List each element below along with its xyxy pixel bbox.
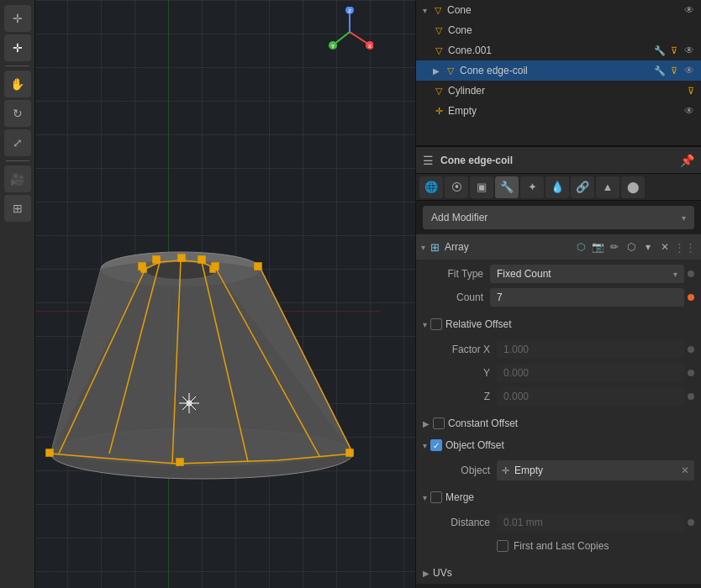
relative-offset-arrow: ▾ (423, 320, 427, 329)
svg-rect-23 (210, 267, 215, 272)
array-modifier-name: Array (445, 241, 568, 253)
outliner-eye-cone001[interactable]: 👁 (684, 45, 694, 56)
toolbar-sep2 (6, 160, 29, 161)
first-last-row: First and Last Copies (430, 535, 694, 557)
outliner-eye-cone-parent[interactable]: 👁 (684, 4, 694, 16)
outliner-item-cone-parent[interactable]: ▾ ▽ Cone 👁 (416, 0, 701, 20)
add-modifier-button[interactable]: Add Modifier ▾ (423, 206, 694, 229)
select-tool-button[interactable]: ✛ (4, 5, 31, 32)
outliner-eye-cone-edge-coil[interactable]: 👁 (684, 65, 694, 76)
object-field-icon: ✛ (502, 465, 509, 476)
count-dot (688, 294, 694, 301)
fit-type-section: Fit Type Fixed Count ▾ Count 7 (416, 260, 701, 313)
outliner-eye-empty[interactable]: 👁 (684, 105, 694, 117)
fit-type-dropdown[interactable]: Fixed Count ▾ (490, 265, 684, 283)
pin-icon[interactable]: 📌 (680, 154, 694, 167)
camera-tool-button[interactable]: 🎥 (4, 165, 31, 192)
array-modifier-block: ▾ ⊞ Array ⬡ 📷 ✏ ⬡ ▾ ✕ ⋮⋮ (416, 234, 701, 584)
relative-offset-content: Factor X 1.000 Y 0.000 (416, 335, 701, 412)
properties-header: ☰ Cone edge-coil 📌 (416, 147, 701, 174)
first-last-label: First and Last Copies (514, 540, 609, 552)
outliner-funnel-cone-edge-coil: ⊽ (671, 66, 677, 76)
svg-rect-21 (346, 449, 353, 456)
cursor-tool-button[interactable]: ✛ (4, 34, 31, 61)
array-drag-handle[interactable]: ⋮⋮ (674, 241, 696, 254)
uvs-arrow: ▶ (423, 569, 430, 578)
object-field-value: Empty (514, 465, 676, 476)
factor-z-field[interactable]: 0.000 (497, 387, 684, 406)
relative-offset-header[interactable]: ▾ Relative Offset (416, 313, 701, 335)
count-value-field[interactable]: 7 (490, 288, 684, 307)
modifier-scroll-area: ▾ ⊞ Array ⬡ 📷 ✏ ⬡ ▾ ✕ ⋮⋮ (416, 234, 701, 588)
outliner-label-cone-parent: Cone (447, 4, 681, 16)
scale-tool-button[interactable]: ⤢ (4, 129, 31, 156)
outliner-icon-cone001: ▽ (433, 45, 445, 56)
fit-type-value: Fixed Count (497, 268, 551, 280)
tab-scene[interactable]: 🌐 (419, 176, 443, 198)
factor-y-dot (688, 370, 694, 376)
toolbar-sep1 (6, 66, 29, 66)
constant-offset-label: Constant Offset (448, 417, 518, 429)
merge-check[interactable] (430, 491, 442, 503)
tab-particles[interactable]: ✦ (520, 176, 544, 198)
tab-data[interactable]: ▲ (596, 176, 619, 198)
first-last-check[interactable] (497, 540, 509, 552)
move-tool-button[interactable]: ✋ (4, 71, 31, 97)
object-field[interactable]: ✛ Empty ✕ (497, 460, 694, 480)
array-more-icon[interactable]: ▾ (640, 239, 656, 255)
render-tool-button[interactable]: ⊞ (4, 195, 31, 222)
tab-constraints[interactable]: 🔗 (571, 176, 594, 198)
outliner-label-cylinder: Cylinder (448, 85, 684, 97)
fit-type-dot (688, 270, 694, 277)
outliner-item-cylinder[interactable]: ▽ Cylinder ⊽ (416, 81, 701, 101)
svg-rect-14 (153, 256, 160, 263)
constant-offset-check[interactable] (433, 417, 445, 429)
factor-y-field[interactable]: 0.000 (497, 364, 684, 382)
tab-world[interactable]: ⦿ (445, 176, 468, 198)
properties-tabs: 🌐 ⦿ ▣ 🔧 ✦ 💧 🔗 ▲ ⬤ (416, 174, 701, 201)
tab-object[interactable]: ▣ (470, 176, 493, 198)
object-offset-header[interactable]: ▾ ✓ Object Offset (416, 434, 701, 456)
array-render-icon[interactable]: 📷 (590, 239, 605, 255)
uvs-label: UVs (433, 567, 452, 579)
object-row: Object ✛ Empty ✕ (430, 459, 694, 481)
cone-3d-object (25, 126, 361, 496)
distance-value: 0.01 mm (503, 517, 543, 528)
array-realtime-icon[interactable]: ⬡ (573, 239, 588, 255)
factor-x-field[interactable]: 1.000 (497, 340, 684, 359)
add-modifier-label: Add Modifier (431, 212, 488, 223)
outliner-item-cone-edge-coil[interactable]: ▶ ▽ Cone edge-coil 🔧 ⊽ 👁 (416, 60, 701, 81)
object-field-clear[interactable]: ✕ (681, 465, 689, 476)
array-cage-icon[interactable]: ⬡ (624, 239, 639, 255)
outliner-funnel-cylinder: ⊽ (688, 86, 694, 97)
array-delete-icon[interactable]: ✕ (657, 239, 672, 255)
array-icon: ⊞ (430, 241, 440, 254)
relative-offset-label: Relative Offset (445, 318, 511, 330)
distance-row: Distance 0.01 mm (430, 512, 694, 533)
count-value: 7 (497, 291, 503, 303)
merge-header[interactable]: ▾ Merge (416, 486, 701, 508)
rotate-tool-button[interactable]: ↻ (4, 100, 31, 127)
uvs-header[interactable]: ▶ UVs (416, 562, 701, 584)
array-edit-icon[interactable]: ✏ (607, 239, 622, 255)
tab-material[interactable]: ⬤ (621, 176, 645, 198)
svg-text:Y: Y (331, 44, 335, 49)
left-toolbar: ✛ ✛ ✋ ↻ ⤢ 🎥 ⊞ (0, 0, 35, 588)
relative-offset-check[interactable] (430, 318, 442, 330)
constant-offset-header[interactable]: ▶ Constant Offset (416, 412, 701, 434)
outliner-item-empty[interactable]: ✛ Empty 👁 (416, 101, 701, 121)
tab-modifier[interactable]: 🔧 (495, 176, 519, 198)
outliner-item-cone001[interactable]: ▽ Cone.001 🔧 ⊽ 👁 (416, 40, 701, 60)
viewport-container: Z X Y ✛ ✛ ✋ ↻ ⤢ 🎥 ⊞ (0, 0, 415, 588)
outliner-wrench-cone001: 🔧 (654, 45, 666, 56)
factor-y-label: Y (430, 367, 497, 379)
constant-offset-section: ▶ Constant Offset (416, 412, 701, 434)
tab-physics[interactable]: 💧 (546, 176, 569, 198)
svg-rect-18 (255, 263, 261, 270)
add-modifier-arrow: ▾ (682, 213, 686, 223)
outliner-funnel-cone001: ⊽ (671, 45, 677, 56)
array-modifier-header[interactable]: ▾ ⊞ Array ⬡ 📷 ✏ ⬡ ▾ ✕ ⋮⋮ (416, 234, 701, 260)
object-offset-check[interactable]: ✓ (430, 439, 442, 451)
distance-field[interactable]: 0.01 mm (497, 513, 684, 532)
outliner-item-cone-child[interactable]: ▽ Cone (416, 20, 701, 40)
